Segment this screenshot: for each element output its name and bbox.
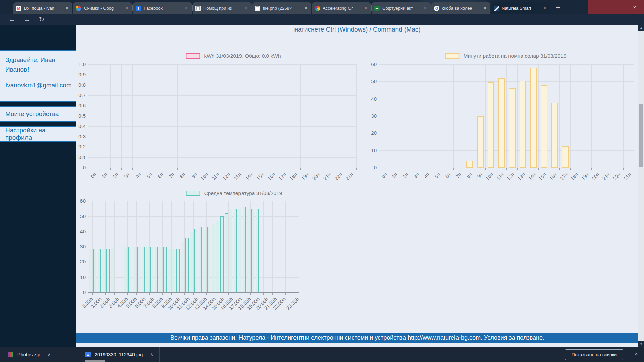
x-tick-mark bbox=[220, 293, 220, 295]
gridline-vertical bbox=[241, 201, 242, 292]
tab-close-icon[interactable]: × bbox=[423, 6, 428, 11]
legend-label: Средна температура 31/03/2019 bbox=[204, 190, 282, 196]
y-tick-label: 0.9 bbox=[70, 72, 86, 77]
x-tick-mark bbox=[277, 293, 277, 295]
download-menu-chevron-icon[interactable]: ∧ bbox=[48, 352, 51, 357]
tab-close-icon[interactable]: × bbox=[303, 6, 309, 11]
x-tick-mark bbox=[110, 168, 111, 170]
vertical-scrollbar[interactable]: ▲ ▼ bbox=[638, 25, 644, 347]
x-tick-label: 8ч bbox=[465, 171, 473, 179]
download-menu-chevron-icon[interactable]: ∧ bbox=[150, 352, 153, 357]
footer-text: Всички права запазени. Натурела - Интели… bbox=[170, 334, 408, 341]
tab-close-icon[interactable]: × bbox=[542, 6, 547, 11]
footer-site-link[interactable]: http://www.naturela-bg.com bbox=[408, 334, 481, 341]
gridline-vertical bbox=[189, 201, 189, 292]
y-tick-label: 20 bbox=[70, 259, 86, 264]
tab-7[interactable]: Софтуерни акт× bbox=[372, 2, 431, 14]
x-tick-mark bbox=[132, 168, 133, 170]
gridline-vertical bbox=[162, 201, 163, 292]
sidebar-item-my-devices[interactable]: Моите устройства bbox=[0, 107, 76, 121]
chart-legend[interactable]: Средна температура 31/03/2019 bbox=[186, 190, 282, 196]
chart-bar bbox=[225, 213, 228, 292]
downloads-close-icon[interactable]: × bbox=[635, 351, 638, 357]
chart-bar bbox=[541, 85, 547, 168]
chart-plot-solar-pump: 60504030201000ч1ч2ч3ч4ч5ч6ч7ч8ч9ч10ч11ч1… bbox=[379, 64, 634, 168]
tab-close-icon[interactable]: × bbox=[244, 6, 249, 11]
x-tick-mark bbox=[233, 293, 233, 295]
reload-icon[interactable]: ↻ bbox=[37, 15, 46, 24]
x-tick-mark bbox=[400, 168, 400, 170]
gridline-vertical bbox=[202, 201, 202, 292]
chart-legend[interactable]: kWh 31/03/2019, Общо: 0.0 kWh bbox=[186, 53, 281, 59]
window-restore-button[interactable] bbox=[606, 0, 625, 14]
gridline-vertical bbox=[189, 64, 189, 168]
tab-2[interactable]: Снимки - Goog× bbox=[73, 2, 132, 14]
x-tick-mark bbox=[323, 168, 323, 170]
x-tick-mark bbox=[268, 293, 268, 295]
footer-separator: . bbox=[481, 334, 484, 341]
tab-close-icon[interactable]: × bbox=[184, 6, 189, 11]
tab-1[interactable]: MВх. поща - ivan× bbox=[13, 2, 72, 14]
sidebar-item-profile-settings[interactable]: Настройки на профила bbox=[0, 127, 76, 141]
back-icon[interactable]: ← bbox=[7, 15, 17, 24]
scrollbar-thumb[interactable] bbox=[639, 104, 643, 167]
tab-3[interactable]: fFacebook× bbox=[133, 2, 192, 14]
gridline-horizontal bbox=[88, 247, 299, 247]
window-close-button[interactable]: × bbox=[625, 0, 644, 14]
x-tick-mark bbox=[289, 168, 289, 170]
chart-legend[interactable]: Минути работа на помпа солар 31/03/2019 bbox=[445, 53, 566, 59]
tab-6[interactable]: Accelerating Gr× bbox=[312, 2, 371, 14]
forward-icon[interactable]: → bbox=[22, 15, 32, 24]
chart-bar bbox=[229, 210, 232, 292]
chart-bar bbox=[498, 78, 505, 168]
gridline-vertical bbox=[570, 64, 571, 168]
gridline-vertical bbox=[154, 201, 154, 292]
window-minimize-button[interactable] bbox=[588, 0, 606, 14]
gridline-vertical bbox=[268, 201, 268, 292]
download-item-1[interactable]: Photos.zip∧ bbox=[3, 347, 55, 362]
downloads-bar: Photos.zip∧20190330_112340.jpg∧ Показван… bbox=[0, 347, 644, 362]
x-tick-label: 14ч bbox=[527, 171, 537, 181]
scrollbar-up-arrow[interactable]: ▲ bbox=[638, 25, 644, 31]
x-tick-label: 16ч bbox=[266, 171, 276, 181]
y-tick-label: 0.5 bbox=[70, 113, 86, 119]
x-tick-mark bbox=[121, 168, 122, 170]
tab-5[interactable]: file.php (2268×× bbox=[252, 2, 311, 14]
user-email-link[interactable]: Ivanovkm1@gmail.com bbox=[5, 82, 71, 89]
x-tick-label: 0ч bbox=[89, 171, 97, 179]
show-all-downloads-button[interactable]: Показване на всички bbox=[565, 349, 623, 360]
chart-plot-temperature: 60504030201000:00h1:00h2:00h3:00h4:00h5:… bbox=[88, 201, 299, 293]
scrollbar-down-arrow[interactable]: ▼ bbox=[638, 341, 644, 347]
x-tick-label: 7ч bbox=[454, 171, 462, 179]
tab-title: Помощ при из bbox=[203, 6, 241, 11]
tab-close-icon[interactable]: × bbox=[363, 6, 368, 11]
gridline-vertical bbox=[281, 201, 281, 292]
tab-close-icon[interactable]: × bbox=[482, 6, 488, 11]
x-tick-mark bbox=[356, 168, 357, 170]
x-tick-label: 15ч bbox=[538, 171, 547, 181]
x-tick-mark bbox=[299, 293, 299, 295]
x-tick-label: 9ч bbox=[476, 171, 483, 179]
x-tick-label: 14ч bbox=[244, 171, 254, 181]
x-tick-mark bbox=[158, 293, 158, 295]
x-tick-mark bbox=[278, 168, 278, 170]
x-tick-label: 8ч bbox=[179, 171, 186, 179]
x-tick-label: 5ч bbox=[433, 171, 441, 179]
tab-close-icon[interactable]: × bbox=[124, 6, 129, 11]
gridline-vertical bbox=[198, 201, 198, 292]
tab-8[interactable]: Gскоба за холен× bbox=[431, 2, 490, 14]
new-tab-button[interactable]: + bbox=[553, 3, 564, 13]
x-tick-mark bbox=[189, 293, 189, 295]
x-tick-label: 20ч bbox=[591, 171, 600, 181]
facebook-favicon-icon: f bbox=[136, 6, 141, 11]
x-tick-mark bbox=[379, 168, 379, 170]
tab-9[interactable]: Naturela Smart× bbox=[491, 2, 550, 14]
download-filename: Photos.zip bbox=[17, 352, 40, 357]
gridline-horizontal bbox=[379, 99, 634, 99]
tab-4[interactable]: Помощ при из× bbox=[193, 2, 252, 14]
x-tick-mark bbox=[101, 293, 101, 295]
tab-title: Софтуерни акт bbox=[382, 6, 420, 11]
footer-terms-link[interactable]: Условия за ползване. bbox=[484, 334, 544, 341]
downloads-separator bbox=[78, 347, 78, 362]
tab-close-icon[interactable]: × bbox=[64, 6, 70, 11]
